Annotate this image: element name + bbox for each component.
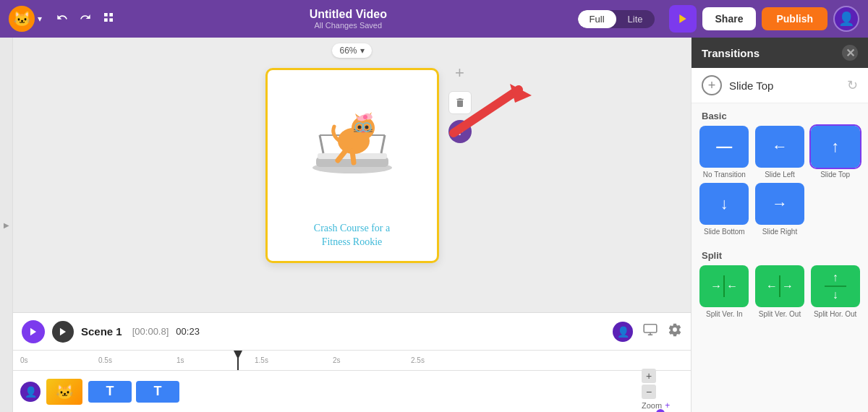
redo-button[interactable] xyxy=(75,9,95,29)
transition-slide-bottom-label: Slide Bottom xyxy=(704,228,745,236)
transition-split-ver-out-item[interactable]: ←→ Split Ver. Out xyxy=(754,265,806,318)
zoom-control[interactable]: 66% ▾ xyxy=(332,43,371,58)
svg-point-21 xyxy=(365,126,368,129)
scene-preview-button[interactable] xyxy=(52,321,74,343)
playhead-needle xyxy=(237,351,239,370)
scene-avatar[interactable]: 👤 xyxy=(613,322,633,342)
track-text-1[interactable]: T xyxy=(88,381,132,403)
track-thumbnail[interactable]: 🐱 xyxy=(46,379,82,405)
transition-slide-left-box: ← xyxy=(755,126,804,168)
panel-close-button[interactable]: ✕ xyxy=(842,45,858,61)
add-above-button[interactable]: + xyxy=(452,61,467,85)
scene-duration: 00:23 xyxy=(176,326,200,337)
ruler-2s: 2s xyxy=(333,356,411,364)
transition-none-box: — xyxy=(699,126,749,168)
svg-line-31 xyxy=(352,151,354,163)
ruler-1s: 1s xyxy=(176,356,255,364)
zoom-level: 66% xyxy=(339,46,357,56)
timeline-zoom-out[interactable]: − xyxy=(642,385,656,399)
transition-slide-left-label: Slide Left xyxy=(765,171,795,179)
canvas-viewport: Crash Course for a Fitness Rookie + + xyxy=(13,61,691,312)
panel-title: Transitions xyxy=(702,47,760,59)
zoom-label-row: Zoom + xyxy=(642,400,685,411)
user-avatar[interactable]: 👤 xyxy=(833,6,859,32)
share-button[interactable]: Share xyxy=(702,7,757,30)
transition-slide-right-label: Slide Right xyxy=(762,228,797,236)
scene-card-title: Crash Course for a Fitness Rookie xyxy=(314,221,390,249)
zoom-dropdown-icon: ▾ xyxy=(360,46,365,56)
header: 🐱 ▾ Untitled Video All Changes Saved Ful… xyxy=(0,0,868,38)
transition-slide-right-item[interactable]: → Slide Right xyxy=(754,183,806,236)
layout-button[interactable] xyxy=(98,9,119,29)
transition-slide-top-item[interactable]: ↑ Slide Top xyxy=(809,126,861,179)
refresh-icon[interactable]: ↻ xyxy=(847,77,858,93)
timeline-icons: 👤 xyxy=(613,322,682,342)
undo-button[interactable] xyxy=(52,9,72,29)
panel-header: Transitions ✕ xyxy=(692,38,868,68)
timeline-right-controls: + − Zoom + xyxy=(642,369,685,413)
mode-full-button[interactable]: Full xyxy=(578,10,616,28)
track-content: 🐱 T T xyxy=(46,379,691,405)
mode-toggle: Full Lite xyxy=(578,10,655,28)
trash-button[interactable] xyxy=(448,91,472,114)
svg-marker-34 xyxy=(510,84,532,103)
track-avatar[interactable]: 👤 xyxy=(20,382,41,402)
logo-dropdown-icon[interactable]: ▾ xyxy=(38,14,42,24)
svg-point-20 xyxy=(357,126,361,129)
publish-button[interactable]: Publish xyxy=(762,7,827,30)
transition-split-hor-out-item[interactable]: ↑ ↓ Split Hor. Out xyxy=(809,265,861,318)
transition-split-ver-out-box: ←→ xyxy=(755,265,804,307)
transition-split-hor-out-label: Split Hor. Out xyxy=(814,310,856,318)
transition-none-item[interactable]: — No Transition xyxy=(699,126,750,179)
ruler-0s: 0s xyxy=(20,356,98,364)
title-area: Untitled Video All Changes Saved xyxy=(124,8,572,30)
logo-area: 🐱 ▾ xyxy=(9,6,42,32)
logo-icon[interactable]: 🐱 xyxy=(9,6,35,32)
canvas-area: 66% ▾ xyxy=(13,38,691,412)
transition-split-hor-out-box: ↑ ↓ xyxy=(811,265,860,307)
ruler-marks: 0s 0.5s 1s 1.5s 2s 2.5s xyxy=(20,356,684,364)
transition-none-icon[interactable]: + xyxy=(702,75,722,95)
scene-side-controls: + + xyxy=(448,61,472,143)
svg-marker-4 xyxy=(679,14,686,23)
transition-slide-right-box: → xyxy=(755,183,804,225)
scene-name: Scene 1 xyxy=(81,325,122,338)
screen-icon[interactable] xyxy=(643,324,658,339)
preview-play-button[interactable] xyxy=(669,5,697,33)
svg-rect-37 xyxy=(644,325,657,332)
zoom-bar: 66% ▾ xyxy=(13,38,691,61)
main-area: ▶ 66% ▾ xyxy=(0,38,868,412)
selected-transition-row: + Slide Top ↻ xyxy=(692,68,868,103)
transition-split-ver-in-item[interactable]: →← Split Ver. In xyxy=(699,265,750,318)
mode-lite-button[interactable]: Lite xyxy=(616,10,655,28)
transition-slide-top-box: ↑ xyxy=(811,126,860,168)
left-panel-toggle[interactable]: ▶ xyxy=(0,38,13,412)
svg-rect-1 xyxy=(109,13,113,17)
scene-play-button[interactable] xyxy=(22,320,45,343)
split-section-label: Split xyxy=(692,243,868,265)
scene-card-image xyxy=(302,85,403,186)
svg-rect-0 xyxy=(104,13,108,17)
scene-timeline: Scene 1 [00:00.8] 00:23 👤 xyxy=(13,312,691,350)
svg-marker-35 xyxy=(30,327,36,335)
scene-card[interactable]: Crash Course for a Fitness Rookie xyxy=(265,68,439,263)
ruler-2.5s: 2.5s xyxy=(411,356,489,364)
ruler-0.5s: 0.5s xyxy=(98,356,176,364)
settings-icon[interactable] xyxy=(668,322,682,340)
svg-line-8 xyxy=(320,135,323,153)
transition-slide-bottom-item[interactable]: ↓ Slide Bottom xyxy=(699,183,750,236)
transition-slide-bottom-box: ↓ xyxy=(699,183,749,225)
transition-split-ver-out-label: Split Ver. Out xyxy=(759,310,801,318)
timeline-tracks: 👤 🐱 T T + − Zoom + xyxy=(13,370,691,412)
add-below-button[interactable]: + xyxy=(448,120,472,143)
transition-none-label: No Transition xyxy=(703,171,746,179)
transition-split-ver-in-label: Split Ver. In xyxy=(706,310,743,318)
svg-point-19 xyxy=(363,115,367,119)
saved-label: All Changes Saved xyxy=(315,21,383,30)
timeline-zoom-in[interactable]: + xyxy=(642,369,656,383)
track-text-2[interactable]: T xyxy=(136,381,179,403)
svg-rect-2 xyxy=(104,18,108,22)
transition-slide-left-item[interactable]: ← Slide Left xyxy=(754,126,806,179)
transition-split-ver-in-box: →← xyxy=(699,265,749,307)
basic-transitions-grid: — No Transition ← Slide Left ↑ Slide Top xyxy=(692,126,868,243)
